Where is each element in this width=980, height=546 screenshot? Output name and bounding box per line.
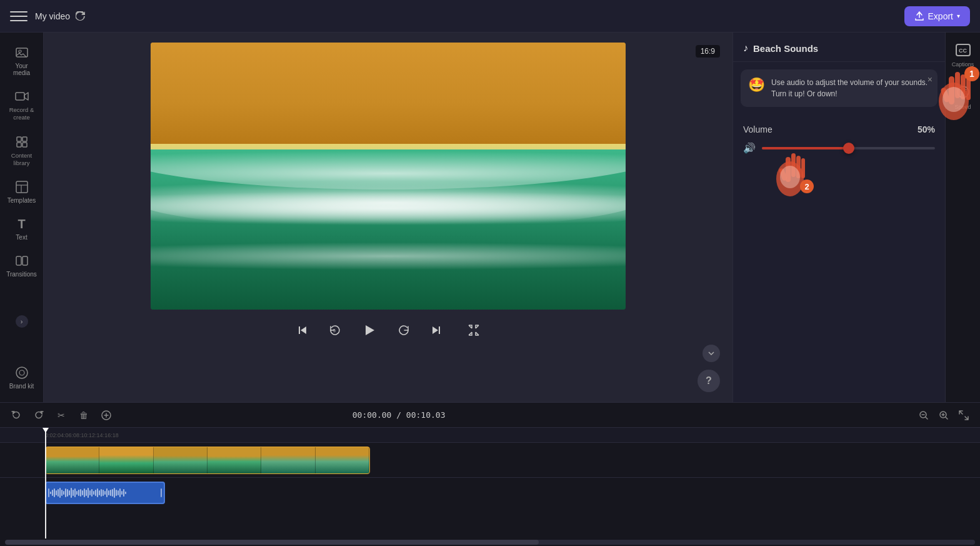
wave-bar (82, 490, 83, 495)
sidebar-label-templates: Templates (8, 197, 36, 204)
svg-rect-16 (786, 157, 791, 182)
wave-bar (104, 491, 106, 495)
redo-button[interactable] (30, 407, 48, 424)
wave-bar (67, 489, 68, 497)
captions-panel-button[interactable]: CC Captions (948, 40, 978, 71)
svg-rect-6 (22, 143, 27, 147)
sidebar-item-content-library[interactable]: Contentlibrary (3, 129, 41, 173)
timeline-scrollbar[interactable] (5, 540, 975, 545)
drag-handle-right (161, 488, 162, 497)
transitions-icon (14, 253, 29, 268)
sidebar-item-transitions[interactable]: Transitions (3, 248, 41, 283)
skip-start-button[interactable] (291, 319, 314, 341)
time-current: 00:00.00 (352, 410, 392, 420)
svg-point-12 (16, 367, 28, 378)
sidebar-toggle[interactable]: › (16, 315, 28, 328)
thumb-4 (208, 447, 261, 473)
thumb-3 (154, 447, 208, 473)
audio-drag-right[interactable] (159, 483, 164, 503)
sidebar-label-record: Record &create (9, 106, 34, 122)
wave-bar (106, 488, 108, 497)
timeline-area: ✂ 🗑 00:00.00 / 00:10.03 (0, 402, 980, 546)
audio-drag-left[interactable] (46, 483, 51, 503)
sidebar-item-your-media[interactable]: Your media (3, 40, 41, 81)
forward-button[interactable] (392, 319, 415, 341)
sidebar-label-content-library: Contentlibrary (11, 152, 32, 168)
volume-label: Volume (743, 124, 772, 134)
ruler-mark-4: :04 (56, 432, 64, 438)
slider-thumb[interactable] (843, 143, 854, 154)
wave-bar (63, 491, 64, 495)
ruler-mark-8: :08 (72, 432, 80, 438)
wave-bar (121, 491, 122, 495)
wave-bar (91, 489, 92, 497)
time-separator: / (396, 410, 406, 420)
wave-bar (76, 491, 78, 495)
wave-bar (114, 488, 115, 498)
ruler-mark-14: :14 (95, 432, 103, 438)
collapse-button[interactable] (702, 345, 720, 362)
export-button[interactable]: Export ▾ (904, 6, 970, 26)
volume-slider[interactable] (762, 147, 935, 149)
cut-button[interactable]: ✂ (52, 407, 70, 424)
drag-handle-left (48, 488, 49, 497)
captions-icon: CC (956, 44, 971, 59)
svg-rect-2 (16, 93, 24, 100)
delete-button[interactable]: 🗑 (75, 407, 92, 424)
menu-icon[interactable] (10, 8, 28, 25)
wave-bar (59, 488, 61, 498)
play-button[interactable] (356, 317, 382, 343)
speed-panel-button[interactable]: Speed (948, 81, 978, 114)
slider-fill (762, 147, 849, 149)
wave-bar (84, 488, 85, 497)
undo-button[interactable] (8, 407, 25, 424)
svg-rect-17 (791, 153, 796, 177)
playback-controls: 5 (291, 317, 485, 343)
fullscreen-button[interactable] (462, 319, 485, 341)
sidebar-label-brand-kit: Brand kit (9, 383, 34, 390)
tooltip-close-button[interactable]: × (928, 74, 932, 84)
timeline-time: 00:00.00 / 00:10.03 (352, 410, 446, 420)
your-media-icon (14, 45, 29, 60)
speed-icon (956, 85, 970, 102)
left-sidebar: Your media Record &create Contentlibra (0, 33, 44, 402)
volume-icon: 🔊 (743, 142, 756, 154)
wave-bar (52, 490, 53, 496)
expand-button[interactable] (955, 407, 972, 424)
audio-track-clip[interactable] (45, 482, 165, 504)
audio-waveform (50, 487, 160, 498)
svg-text:2: 2 (804, 182, 809, 191)
skip-end-button[interactable] (425, 319, 448, 341)
topbar: My video Export ▾ (0, 0, 980, 33)
sidebar-item-templates[interactable]: Templates (3, 174, 41, 209)
svg-point-1 (19, 50, 21, 53)
sidebar-item-record-create[interactable]: Record &create (3, 84, 41, 127)
help-button[interactable]: ? (698, 370, 720, 392)
volume-value: 50% (918, 124, 935, 134)
zoom-buttons (915, 407, 972, 424)
playhead (45, 428, 46, 538)
wave-bar (80, 489, 81, 497)
zoom-in-button[interactable] (935, 407, 952, 424)
zoom-out-button[interactable] (915, 407, 932, 424)
wave-bar (88, 488, 89, 498)
ruler-mark-12: :12 (88, 432, 96, 438)
wave-bar (123, 489, 124, 497)
svg-text:5: 5 (333, 328, 336, 333)
sidebar-item-brand-kit[interactable]: Brand kit (3, 360, 41, 395)
svg-rect-19 (801, 158, 805, 178)
content-library-icon (14, 134, 29, 149)
wave-bar (110, 490, 111, 496)
volume-header: Volume 50% (743, 124, 935, 134)
svg-text:CC: CC (959, 48, 967, 54)
sidebar-item-text[interactable]: T Text (3, 211, 41, 246)
add-button[interactable] (98, 407, 115, 424)
thumb-1 (46, 447, 99, 473)
audio-panel-title: Beach Sounds (753, 43, 818, 54)
svg-rect-3 (17, 137, 21, 141)
timeline-toolbar: ✂ 🗑 00:00.00 / 00:10.03 (0, 403, 980, 428)
wave-bar (61, 490, 62, 496)
refresh-icon[interactable] (75, 11, 86, 22)
video-track-clip[interactable] (45, 447, 370, 474)
rewind-button[interactable]: 5 (324, 319, 346, 341)
